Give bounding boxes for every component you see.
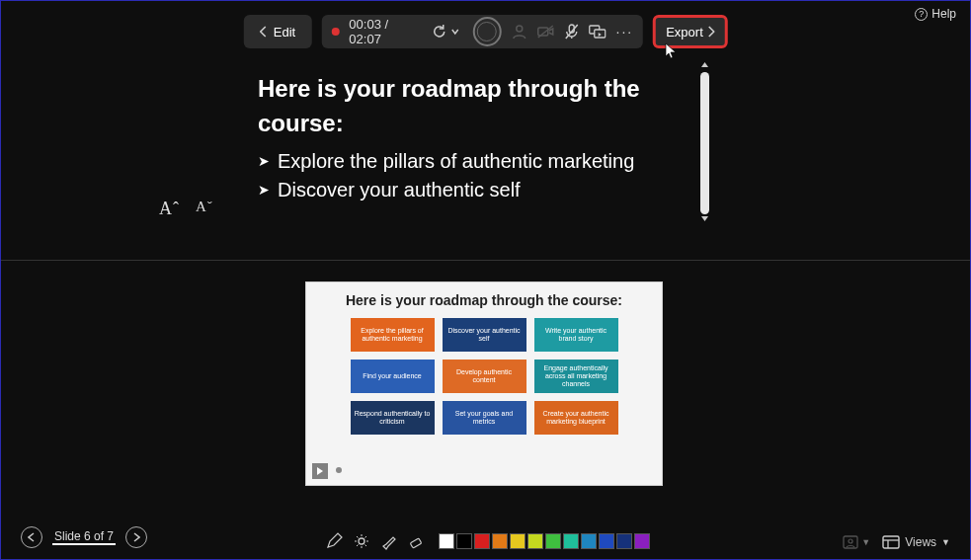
record-dot-icon bbox=[332, 28, 340, 36]
slide-cell: Find your audience bbox=[351, 360, 435, 393]
pen-icon[interactable] bbox=[324, 531, 344, 551]
color-swatch[interactable] bbox=[474, 533, 490, 549]
more-icon[interactable]: ··· bbox=[616, 24, 634, 40]
notes-heading: Here is your roadmap through the course: bbox=[258, 72, 712, 141]
color-swatch[interactable] bbox=[581, 533, 597, 549]
caret-down-icon: ▼ bbox=[941, 537, 950, 547]
color-swatch[interactable] bbox=[492, 533, 508, 549]
cameo-icon[interactable]: ▼ bbox=[843, 535, 870, 549]
drawing-tools bbox=[322, 531, 650, 551]
views-button[interactable]: Views ▼ bbox=[882, 535, 950, 549]
edit-label: Edit bbox=[274, 25, 295, 40]
caret-down-icon[interactable] bbox=[450, 28, 458, 36]
color-swatch[interactable] bbox=[510, 533, 526, 549]
help-button[interactable]: ? Help bbox=[915, 7, 956, 21]
scroll-down-arrow[interactable] bbox=[700, 214, 709, 223]
laser-icon[interactable] bbox=[352, 531, 371, 551]
timer-total: 02:07 bbox=[349, 32, 381, 46]
camera-off-icon[interactable] bbox=[537, 25, 555, 39]
timer-current: 00:03 bbox=[349, 17, 381, 32]
scrollbar-thumb[interactable] bbox=[700, 72, 709, 214]
color-swatch[interactable] bbox=[456, 533, 472, 549]
svg-rect-11 bbox=[883, 536, 899, 548]
color-swatch[interactable] bbox=[616, 533, 632, 549]
svg-rect-8 bbox=[410, 538, 422, 548]
slide-cell: Write your authentic brand story bbox=[534, 318, 618, 352]
slide-cell: Engage authentically across all marketin… bbox=[534, 360, 618, 393]
highlighter-icon[interactable] bbox=[379, 531, 399, 551]
teleprompter-notes: Here is your roadmap through the course:… bbox=[258, 72, 712, 204]
section-divider bbox=[1, 260, 970, 261]
color-swatch[interactable] bbox=[439, 533, 454, 549]
chevron-left-icon bbox=[260, 26, 268, 38]
media-icon[interactable] bbox=[589, 25, 607, 39]
help-icon: ? bbox=[915, 8, 928, 21]
play-button[interactable] bbox=[312, 463, 328, 479]
color-swatch[interactable] bbox=[563, 533, 579, 549]
svg-rect-9 bbox=[844, 536, 857, 548]
slide-nav: Slide 6 of 7 bbox=[21, 526, 147, 548]
slide-cell: Create your authentic marketing blueprin… bbox=[534, 401, 618, 435]
slide-cell: Discover your authentic self bbox=[443, 318, 526, 352]
svg-point-10 bbox=[849, 539, 852, 543]
font-decrease-button[interactable]: Aˇ bbox=[196, 199, 213, 219]
slide-cell: Develop authentic content bbox=[443, 360, 526, 393]
slide-cell: Set your goals and metrics bbox=[443, 401, 526, 435]
edit-button[interactable]: Edit bbox=[243, 15, 311, 48]
export-button[interactable]: Export bbox=[653, 15, 728, 48]
slide-boxes: Explore the pillars of authentic marketi… bbox=[306, 314, 662, 446]
progress-dot[interactable] bbox=[336, 467, 342, 473]
slide-counter[interactable]: Slide 6 of 7 bbox=[52, 529, 116, 545]
color-palette bbox=[439, 533, 650, 549]
color-swatch[interactable] bbox=[599, 533, 614, 549]
user-icon[interactable] bbox=[512, 24, 527, 40]
top-toolbar: Edit 00:03 / 02:07 ··· Export bbox=[243, 15, 728, 48]
retake-icon[interactable] bbox=[431, 24, 446, 40]
record-button[interactable] bbox=[472, 17, 501, 46]
notes-bullet: Discover your authentic self bbox=[258, 176, 712, 204]
color-swatch[interactable] bbox=[545, 533, 561, 549]
timer-display: 00:03 / 02:07 bbox=[349, 17, 421, 46]
help-label: Help bbox=[931, 7, 956, 21]
slide-cell: Explore the pillars of authentic marketi… bbox=[351, 318, 435, 352]
export-label: Export bbox=[666, 25, 703, 40]
chevron-right-icon bbox=[707, 26, 715, 38]
slide-title: Here is your roadmap through the course: bbox=[306, 282, 662, 314]
views-controls: ▼ Views ▼ bbox=[843, 535, 950, 549]
slide-cell: Respond authentically to criticism bbox=[351, 401, 435, 435]
color-swatch[interactable] bbox=[527, 533, 543, 549]
recording-controls: 00:03 / 02:07 ··· bbox=[322, 15, 644, 48]
font-increase-button[interactable]: Aˆ bbox=[159, 199, 180, 219]
scroll-up-arrow[interactable] bbox=[700, 60, 709, 69]
prev-slide-button[interactable] bbox=[21, 526, 42, 548]
mic-off-icon[interactable] bbox=[565, 24, 579, 40]
color-swatch[interactable] bbox=[634, 533, 650, 549]
svg-point-0 bbox=[517, 26, 523, 32]
eraser-icon[interactable] bbox=[407, 531, 427, 551]
svg-point-7 bbox=[359, 538, 364, 544]
slide-preview[interactable]: Here is your roadmap through the course:… bbox=[305, 281, 663, 486]
notes-bullet: Explore the pillars of authentic marketi… bbox=[258, 147, 712, 176]
next-slide-button[interactable] bbox=[125, 526, 147, 548]
font-size-controls: Aˆ Aˇ bbox=[159, 199, 213, 219]
views-label: Views bbox=[905, 535, 936, 549]
